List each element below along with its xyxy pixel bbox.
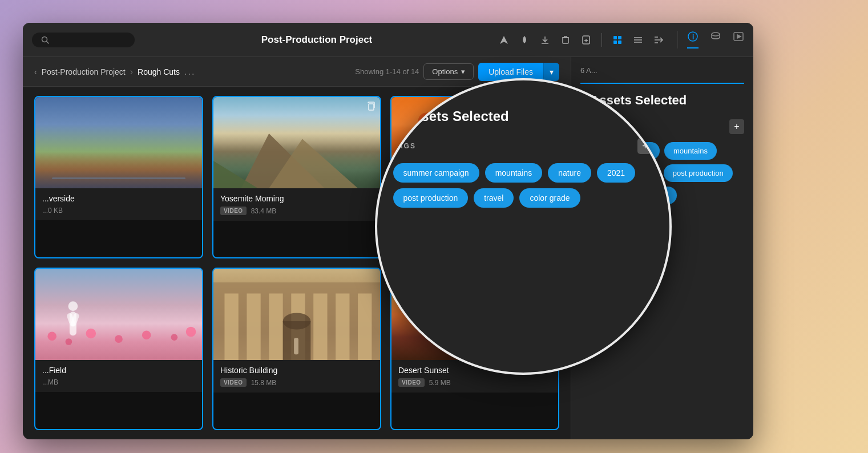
circle-tag-mountains[interactable]: mountains (485, 163, 543, 183)
yosemite-info: Yosemite Morning VIDEO 83.4 MB (213, 188, 380, 221)
breadcrumb-more-options[interactable]: ... (184, 67, 195, 77)
navigate-icon[interactable] (499, 35, 509, 45)
svg-point-43 (171, 334, 177, 341)
circle-tag-summer-campaign[interactable]: summer campaign (393, 163, 479, 183)
svg-point-40 (86, 329, 96, 339)
asset-card-field[interactable]: ...Field ...MB (34, 268, 203, 430)
svg-rect-4 (563, 38, 568, 43)
breadcrumb-root[interactable]: Post-Production Project (42, 67, 126, 76)
asset-card-riverside[interactable]: ...verside ...0 KB (34, 96, 203, 258)
circle-tag-travel[interactable]: travel (474, 188, 514, 208)
panel-top-indicator: 6 A... (580, 66, 744, 84)
svg-point-38 (47, 331, 56, 341)
riverside-info: ...verside ...0 KB (35, 188, 202, 220)
svg-rect-47 (247, 293, 260, 360)
svg-point-34 (68, 301, 78, 311)
upload-dropdown-button[interactable]: ▾ (543, 63, 559, 81)
add-file-icon[interactable] (581, 35, 591, 45)
copy-icon[interactable] (366, 102, 376, 113)
yosemite-mountain-svg (213, 134, 380, 188)
historic-size: 15.8 MB (251, 379, 277, 387)
svg-line-1 (47, 41, 49, 43)
yosemite-meta: VIDEO 83.4 MB (220, 207, 373, 215)
toolbar-actions (499, 33, 664, 47)
svg-rect-8 (613, 36, 617, 39)
grid-view-icon[interactable] (612, 35, 623, 45)
tag-post-production[interactable]: post production (664, 164, 733, 182)
svg-rect-50 (313, 293, 327, 360)
database-tab-icon[interactable] (710, 31, 721, 48)
circle-tags-header: TAGS + (393, 138, 653, 154)
download-icon[interactable] (540, 35, 550, 45)
yosemite-size: 83.4 MB (251, 207, 277, 215)
search-icon (41, 36, 49, 44)
historic-meta: VIDEO 15.8 MB (220, 378, 373, 387)
options-chevron-icon: ▾ (461, 67, 465, 76)
options-button[interactable]: Options ▾ (423, 63, 474, 80)
asset-card-historic[interactable]: Historic Building VIDEO 15.8 MB (212, 268, 381, 430)
asset-card-yosemite[interactable]: Yosemite Morning VIDEO 83.4 MB (212, 96, 381, 258)
riverside-waterline (52, 177, 185, 179)
svg-point-42 (142, 331, 151, 340)
riverside-size: ...0 KB (42, 207, 63, 215)
svg-point-20 (712, 33, 720, 36)
svg-text:i: i (692, 33, 694, 41)
svg-rect-10 (613, 41, 617, 44)
yosemite-badge: VIDEO (220, 207, 247, 215)
svg-marker-2 (500, 36, 508, 44)
historic-building-svg (213, 282, 380, 360)
breadcrumb-current[interactable]: Rough Cuts (138, 67, 180, 76)
search-bar[interactable] (32, 33, 135, 47)
historic-info: Historic Building VIDEO 15.8 MB (213, 360, 380, 393)
flame-icon[interactable] (519, 35, 530, 45)
options-label: Options (432, 67, 458, 76)
add-tag-button[interactable]: + (729, 119, 744, 134)
riverside-meta: ...0 KB (42, 207, 195, 215)
svg-rect-52 (358, 293, 372, 360)
svg-point-41 (115, 335, 123, 343)
breadcrumb-back-icon[interactable]: ‹ (34, 67, 37, 76)
riverside-gradient (35, 152, 202, 188)
svg-rect-46 (224, 293, 238, 360)
desert-meta: VIDEO 5.9 MB (398, 378, 551, 387)
info-tab-icon[interactable]: i (687, 31, 699, 48)
circle-assets-title: 6 Assets Selected (393, 108, 653, 124)
field-title: ...Field (42, 366, 195, 375)
svg-rect-55 (294, 338, 298, 354)
circle-magnifier-overlay: 6 A... 6 Assets Selected TAGS + summer c… (375, 78, 672, 375)
sort-icon[interactable] (653, 35, 664, 45)
desert-size: 5.9 MB (429, 379, 451, 387)
panel-count-label: 6 A... (580, 66, 744, 75)
svg-rect-26 (369, 104, 374, 110)
field-size: ...MB (42, 378, 58, 386)
list-view-icon[interactable] (633, 35, 643, 45)
svg-point-39 (66, 338, 72, 345)
svg-rect-48 (269, 293, 282, 360)
field-flowers-svg (35, 323, 202, 360)
showing-count: Showing 1-14 of 14 (355, 67, 419, 76)
riverside-title: ...verside (42, 194, 195, 203)
yosemite-title: Yosemite Morning (220, 194, 373, 203)
play-tab-icon[interactable] (733, 31, 744, 48)
tag-mountains[interactable]: mountains (664, 142, 717, 160)
breadcrumb-separator: › (130, 67, 133, 77)
historic-title: Historic Building (220, 366, 373, 375)
circle-tag-2021[interactable]: 2021 (597, 163, 635, 183)
panel-tab-bar: i (677, 31, 744, 48)
circle-tag-nature[interactable]: nature (548, 163, 591, 183)
svg-point-54 (283, 313, 311, 329)
circle-tag-post-production[interactable]: post production (393, 188, 469, 208)
svg-point-44 (186, 327, 196, 337)
toolbar: Post-Production Project (23, 23, 753, 57)
svg-rect-9 (618, 36, 621, 39)
svg-rect-51 (336, 293, 349, 360)
desert-badge: VIDEO (398, 378, 425, 387)
trash-icon[interactable] (560, 35, 571, 45)
field-meta: ...MB (42, 378, 195, 386)
svg-marker-22 (737, 35, 741, 38)
project-title: Post-Production Project (135, 34, 499, 46)
svg-rect-11 (618, 41, 621, 44)
circle-tag-color-grade[interactable]: color grade (519, 188, 580, 208)
field-info: ...Field ...MB (35, 360, 202, 392)
toolbar-divider (601, 33, 602, 47)
